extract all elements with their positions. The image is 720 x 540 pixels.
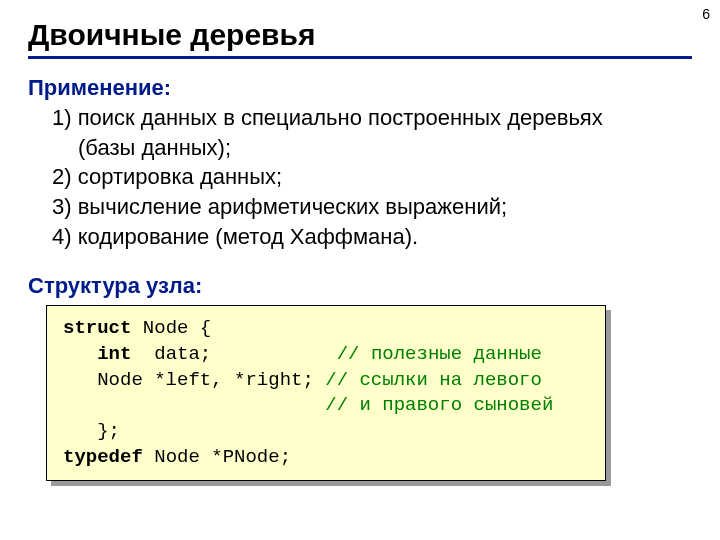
section-application-label: Применение: [28, 75, 692, 101]
code-l6-rest: Node *PNode; [143, 446, 291, 468]
code-l3-pre: Node *left, *right; [63, 369, 325, 391]
kw-struct: struct [63, 317, 131, 339]
code-block: struct Node { int data; // полезные данн… [46, 305, 606, 481]
app-item-3: 3) вычисление арифметических выражений; [52, 192, 692, 222]
app-item-2: 2) сортировка данных; [52, 162, 692, 192]
code-l4-pre [63, 394, 325, 416]
page-title: Двоичные деревья [28, 18, 692, 52]
code-l1-rest: Node { [131, 317, 211, 339]
code-l2-comment: // полезные данные [337, 343, 542, 365]
app-item-4: 4) кодирование (метод Хаффмана). [52, 222, 692, 252]
app-item-1-line2: (базы данных); [78, 133, 692, 163]
code-l4-comment: // и правого сыновей [325, 394, 553, 416]
application-list: 1) поиск данных в специально построенных… [52, 103, 692, 251]
app-item-1-line1: 1) поиск данных в специально построенных… [52, 103, 692, 133]
code-l5: }; [63, 420, 120, 442]
code-l3-comment: // ссылки на левого [325, 369, 542, 391]
kw-int: int [97, 343, 131, 365]
slide-content: Двоичные деревья Применение: 1) поиск да… [0, 0, 720, 481]
title-rule [28, 56, 692, 59]
section-structure-label: Структура узла: [28, 273, 692, 299]
code-box: struct Node { int data; // полезные данн… [46, 305, 606, 481]
page-number: 6 [702, 6, 710, 22]
code-l2-rest: data; [131, 343, 336, 365]
kw-typedef: typedef [63, 446, 143, 468]
